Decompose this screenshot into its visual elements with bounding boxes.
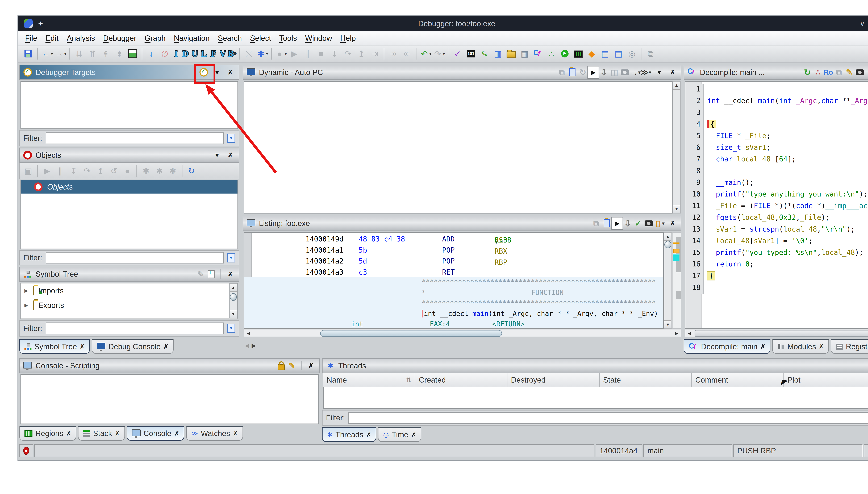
decompiler-button[interactable] [532, 47, 544, 60]
data-type-manager-button[interactable] [505, 47, 517, 60]
step-into-button[interactable]: ↧ [68, 165, 80, 177]
tab-close-icon[interactable]: ✗ [411, 431, 416, 438]
panel-close-button[interactable]: ✗ [225, 268, 235, 280]
minimize-window-icon[interactable]: ∨ [860, 20, 865, 28]
decompile-line[interactable]: 18 [685, 282, 868, 294]
step-over-button[interactable]: ↷ [342, 47, 354, 60]
tab-close-icon[interactable]: ✗ [233, 430, 238, 437]
tab-close-icon[interactable]: ✗ [174, 430, 179, 437]
decompile-line[interactable]: 2int __cdecl main(int _Argc,char **_Argv… [685, 96, 868, 107]
menu-debugger[interactable]: Debugger [99, 33, 140, 43]
symbol-tree-body[interactable]: ▶Imports▶Exports ▲ ▼ [20, 283, 238, 319]
panel-close-button[interactable]: ✗ [667, 217, 678, 229]
toggle-variables-button[interactable]: V [219, 47, 227, 60]
step-out-button[interactable]: ↥ [355, 47, 367, 60]
decompile-line[interactable]: 3 [685, 107, 868, 119]
decompile-line[interactable]: 10 printf("type anything you want:\n"); [685, 189, 868, 201]
nav-back-button[interactable]: ←▾ [41, 47, 53, 60]
listing-hscrollbar[interactable]: ◀ ▶ [244, 329, 681, 337]
asm-row[interactable]: 1400014a15bPOPRBX [244, 245, 663, 256]
toggle-undefined-button[interactable]: U [191, 47, 199, 60]
auto-read-button[interactable]: ⇩ [599, 66, 609, 78]
snapshot-button[interactable] [620, 66, 630, 78]
dropdown-caret-icon[interactable]: ▾ [266, 51, 268, 56]
dynamic-scrollbar[interactable]: ▲ ▼ [673, 81, 681, 213]
column-header-name[interactable]: Name⇅ [323, 373, 415, 386]
filter-options-icon[interactable] [227, 253, 235, 263]
apply-patch-button[interactable] [127, 47, 139, 60]
detach-button[interactable]: ✱ [167, 165, 179, 177]
stop-button[interactable]: ● [121, 165, 133, 177]
follow-button[interactable]: ≫▾ [641, 66, 651, 78]
repair-block-button[interactable]: ⇟ [113, 47, 126, 60]
scroll-left-icon[interactable]: ◀ [245, 330, 252, 336]
decompile-line[interactable]: 12 fgets(local_48,0x32,_File); [685, 212, 868, 224]
filter-input[interactable] [46, 132, 224, 144]
snapshot-tool-button[interactable]: ⤬ [243, 47, 255, 60]
memory-map-button[interactable]: ▥ [492, 47, 504, 60]
tab-scroll-left-icon[interactable]: ◀ [245, 342, 249, 349]
memory-search-button[interactable]: ◎ [626, 47, 638, 60]
goto-symbol-button[interactable] [206, 268, 216, 280]
scroll-thumb[interactable] [695, 330, 868, 337]
column-header-comment[interactable]: Comment [692, 373, 784, 386]
skip-out-button[interactable]: ↞ [401, 47, 413, 60]
decompile-line[interactable]: 1 [685, 84, 868, 95]
listing-scrollbar[interactable]: ▲ ▼ [664, 232, 672, 329]
panel-menu-button[interactable]: ▼ [212, 66, 222, 78]
decompile-line[interactable]: 15 printf("you typed: %s\n",local_48); [685, 247, 868, 259]
tab-watches[interactable]: ≫Watches✗ [186, 426, 243, 441]
attach-button[interactable]: ✱ [153, 165, 166, 177]
copy-button[interactable]: ⧉ [556, 66, 567, 78]
decompile-body[interactable]: 12int __cdecl main(int _Argc,char **_Arg… [685, 81, 868, 329]
tab-modules[interactable]: Modules✗ [772, 339, 829, 354]
function-comment-block[interactable]: ****************************************… [244, 277, 663, 329]
decompile-line[interactable]: 9 __main(); [685, 177, 868, 189]
tab-scroll-right-icon[interactable]: ▶ [251, 342, 256, 349]
decompile-line[interactable]: 7 char local_48 [64]; [685, 154, 868, 166]
table-view-button[interactable]: ▤ [599, 47, 611, 60]
panel-close-button[interactable]: ✗ [306, 360, 316, 372]
resume-button[interactable]: ▶ [288, 47, 301, 60]
threads-table-body[interactable] [323, 387, 868, 409]
scroll-right-icon[interactable]: ▶ [673, 330, 680, 336]
symbol-tree-scrollbar[interactable]: ▲ ▼ [229, 283, 238, 319]
loop-button[interactable]: ↺ [108, 165, 120, 177]
dropdown-caret-icon[interactable]: ▾ [234, 51, 236, 56]
step-over-button[interactable]: ↷ [81, 165, 93, 177]
paste-button[interactable] [567, 66, 578, 78]
step-out-button[interactable]: ↥ [94, 165, 107, 177]
diff-button[interactable]: ✓ [633, 217, 643, 229]
decompile-hscrollbar[interactable]: ◀ ▶ [685, 329, 868, 337]
scroll-up-icon[interactable]: ▲ [673, 81, 680, 90]
tab-registers[interactable]: Registers✗ [831, 339, 868, 354]
table-chooser-button[interactable]: ▤ [612, 47, 625, 60]
decompile-line[interactable]: 14 local_48[sVar1] = '\0'; [685, 235, 868, 247]
tab-threads[interactable]: ✱Threads✗ [322, 427, 376, 442]
refresh-button[interactable]: ↻ [802, 66, 812, 78]
memory-blocks-button[interactable]: ▦ [518, 47, 531, 60]
dropdown-caret-icon[interactable]: ▾ [285, 51, 287, 56]
scroll-thumb[interactable] [664, 241, 671, 248]
call-graph-button[interactable]: ∴ [545, 47, 558, 60]
decompile-line[interactable]: 11 _File = (FILE *)(*(code *)__imp___acr… [685, 201, 868, 212]
interrupt-button[interactable]: ∥ [302, 47, 314, 60]
tab-regions[interactable]: Regions✗ [19, 426, 76, 441]
tab-close-icon[interactable]: ✗ [115, 430, 120, 437]
menu-graph[interactable]: Graph [140, 33, 170, 43]
clear-block-button[interactable]: ⇈ [86, 47, 99, 60]
track-cursor-button[interactable]: ► [588, 66, 598, 78]
asm-row[interactable]: 1400014a25dPOPRBP [244, 256, 663, 267]
disabled-flow-button[interactable]: ∅ [159, 47, 171, 60]
redo-button[interactable]: ↷▾ [433, 47, 445, 60]
menu-navigation[interactable]: Navigation [170, 33, 214, 43]
save-button[interactable] [22, 47, 35, 60]
connect-button[interactable] [199, 66, 209, 78]
interrupt-button[interactable]: ∥ [54, 165, 67, 177]
decompile-line[interactable]: 5 FILE * _File; [685, 131, 868, 142]
dropdown-caret-icon[interactable]: ▾ [51, 51, 53, 56]
clear-code-button[interactable]: ✎ [478, 47, 491, 60]
dropdown-caret-icon[interactable]: ▾ [443, 51, 445, 56]
panel-menu-button[interactable]: ▼ [654, 66, 664, 78]
record-button[interactable]: ●▾ [275, 47, 287, 60]
